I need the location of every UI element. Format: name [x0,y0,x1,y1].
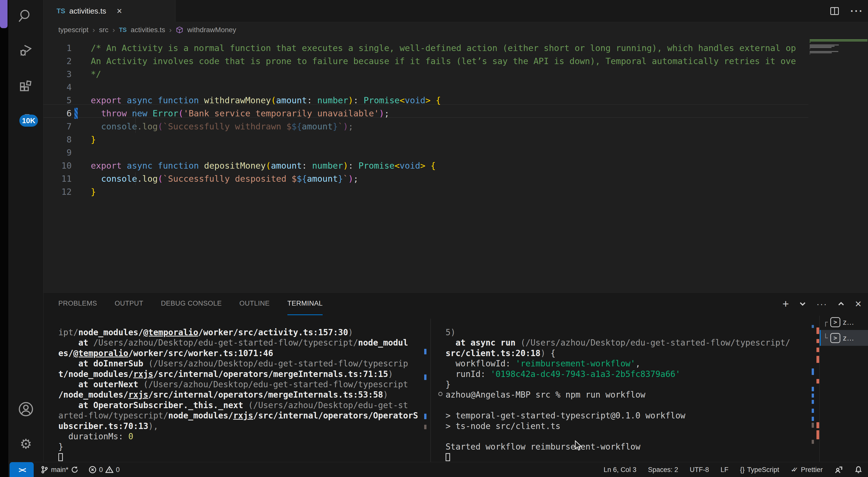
tree-connector-icon: ┌ [823,318,828,326]
minimap-line [810,42,810,43]
account-icon[interactable] [8,397,43,421]
typescript-file-icon: TS [57,7,65,15]
minimap[interactable] [809,38,868,214]
panel-tab-output[interactable]: OUTPUT [115,292,143,315]
code-line-1: 1/* An Activity is a normal function tha… [43,41,808,55]
mouse-cursor [574,440,584,452]
line-number: 3 [43,68,72,81]
breadcrumb-folder[interactable]: typescript [58,26,89,34]
terminal-list-label: z… [843,318,854,326]
terminal-line: durationMs: 0 [58,431,133,442]
indent-guide [135,107,135,133]
error-icon [89,466,97,474]
search-icon[interactable] [8,4,43,28]
terminal-line: 5) [445,327,456,338]
notifications-bell-icon[interactable] [855,466,863,474]
error-count: 0 [99,466,103,474]
problems-status[interactable]: 0 0 [89,466,120,474]
breadcrumb-symbol[interactable]: withdrawMoney [187,26,236,34]
language-status[interactable]: {} TypeScript [740,466,779,474]
minimap-line [810,54,810,55]
run-debug-icon[interactable] [8,38,43,62]
documents-icon[interactable]: 10K [8,107,43,132]
branch-name: main* [51,466,68,474]
extensions-icon[interactable] [8,73,43,97]
terminal-pane-left[interactable]: ipt/node_modules/@temporalio/worker/src/… [58,327,431,462]
extensions-icon [18,77,34,93]
settings-gear-icon[interactable]: ⚙ [8,432,43,456]
terminal-line: runId: '0198c42a-dc49-7943-a1a3-2b5fc837… [445,369,680,380]
branch-status[interactable]: main* [40,466,79,474]
terminal-line: /node_modules/rxjs/src/internal/operator… [58,389,388,400]
ruler-mark [424,375,427,380]
line-number: 2 [43,55,72,68]
code-line-3: 3*/ [43,68,808,81]
terminal-line: > ts-node src/client.ts [445,421,560,432]
line-number: 9 [43,146,72,159]
minimap-line [810,51,838,52]
eol-status[interactable]: LF [721,466,729,474]
git-branch-icon [40,466,49,474]
tab-activities-ts[interactable]: TS activities.ts × [43,0,176,22]
sync-icon [71,466,79,474]
terminal-list-item[interactable]: └>z… [820,330,868,346]
terminal-icon: > [830,333,840,343]
code-editor[interactable]: 1/* An Activity is a normal function tha… [43,38,808,292]
terminal-line: es/@temporalio/worker/src/worker.ts:1071… [58,348,273,359]
chevron-down-icon[interactable] [799,300,806,308]
terminal-line: t/node_modules/rxjs/src/internal/operato… [58,369,393,380]
more-actions-icon[interactable]: ··· [850,5,864,17]
maximize-panel-icon[interactable] [837,300,845,308]
panel-tab-debug-console[interactable]: DEBUG CONSOLE [161,292,222,315]
split-editor-icon[interactable] [830,7,839,15]
ruler-mark [424,425,427,429]
ruler-mark [812,417,814,421]
formatter-status[interactable]: ✓✓ Prettier [791,466,823,474]
code-line-6: 6 throw new Error('Bank service temporar… [43,107,808,120]
code-line-11: 11 console.log(`Successfully desposited … [43,172,808,185]
terminal-icon: > [830,317,840,327]
terminal-tabs-list: ┌>z…└>z… [820,314,868,346]
encoding-status[interactable]: UTF-8 [690,466,709,474]
indentation-status[interactable]: Spaces: 2 [648,466,678,474]
code-line-2: 2An Activity involves code that is prone… [43,55,808,68]
panel-tab-terminal[interactable]: TERMINAL [287,292,323,315]
desktop-edge [0,0,8,477]
cursor-position-status[interactable]: Ln 6, Col 3 [603,466,637,474]
vscode-window: 10K ⚙ TS activities.ts × ··· typescript … [0,0,868,477]
minimap-line [810,40,868,41]
terminal-list-item[interactable]: ┌>z… [820,314,868,330]
new-terminal-icon[interactable]: + [782,298,789,309]
tab-label: activities.ts [69,7,106,15]
ruler-mark [812,423,814,428]
code-line-9: 9 [43,146,808,159]
dock-accent [0,0,7,28]
terminal-line: Started workflow reimbursement-workflow [445,442,641,452]
terminal-pane-right[interactable]: 5) at async run (/Users/azhou/Desktop/ed… [445,327,813,462]
extension-badge: 10K [19,115,38,127]
ruler-mark [816,379,819,383]
terminal-line: src/client.ts:20:18) { [445,348,555,359]
tab-close-icon[interactable]: × [117,6,122,15]
account-icon [18,401,34,417]
terminal-line: at async run (/Users/azhou/Desktop/edu-g… [445,338,790,348]
remote-indicator[interactable]: >< [9,462,34,477]
terminal-line: workflowId: 'reimbursement-workflow', [445,358,641,369]
ruler-mark [812,400,814,404]
panel-more-icon[interactable]: ··· [816,299,827,308]
ruler-mark [816,339,819,343]
chevron-right-icon: › [93,26,95,34]
panel-tabs: PROBLEMSOUTPUTDEBUG CONSOLEOUTLINETERMIN… [58,292,322,315]
ruler-mark [812,369,814,375]
panel-tab-outline[interactable]: OUTLINE [239,292,270,315]
line-number: 8 [43,133,72,146]
ruler-mark [816,422,819,428]
feedback-icon[interactable] [834,466,843,474]
line-number: 4 [43,81,72,94]
breadcrumb-file[interactable]: activities.ts [131,26,165,34]
breadcrumb-folder[interactable]: src [99,26,108,34]
close-panel-icon[interactable]: × [855,298,862,309]
panel-tab-problems[interactable]: PROBLEMS [58,292,97,315]
ruler-mark [424,349,427,354]
modified-line-indicator [74,108,78,119]
